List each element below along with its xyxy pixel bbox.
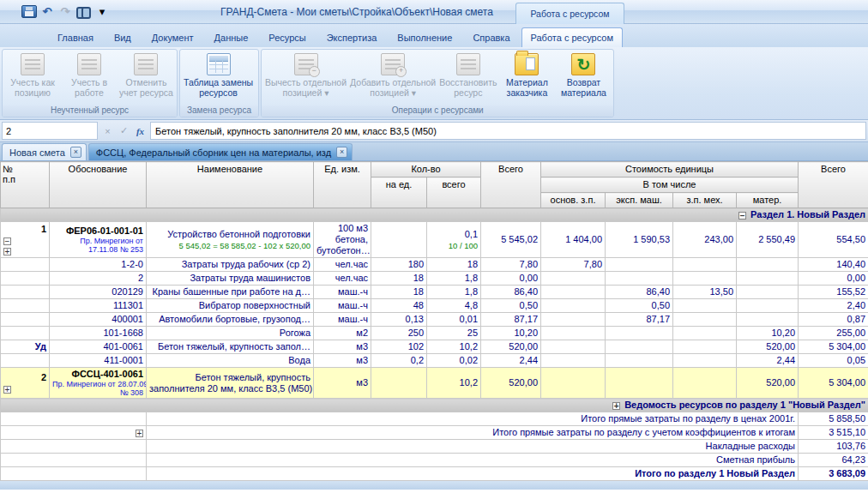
cell[interactable] <box>673 299 737 313</box>
cell[interactable] <box>606 354 673 368</box>
cell[interactable]: 100 м3бетона,бутобетон… <box>314 222 371 258</box>
cell[interactable]: ФЕР06-01-001-01Пр. Минрегион от17.11.08 … <box>50 222 147 258</box>
summary-row[interactable]: Итого по разделу 1 Новый Раздел3 683,09 <box>1 467 868 481</box>
ribbon-tab[interactable]: Экспертиза <box>317 27 387 47</box>
expand-icon[interactable]: + <box>3 386 11 394</box>
close-icon[interactable]: × <box>336 147 347 158</box>
cell[interactable]: 10,2 <box>427 368 481 399</box>
cell[interactable] <box>1 313 50 327</box>
cell[interactable] <box>673 258 737 272</box>
cell[interactable]: 0,50 <box>606 299 673 313</box>
cell[interactable] <box>541 286 606 299</box>
cell[interactable]: 554,50 <box>799 222 868 258</box>
cell[interactable] <box>673 313 737 327</box>
cell[interactable] <box>737 299 799 313</box>
cell[interactable]: 10,2 <box>427 340 481 354</box>
cell[interactable]: 1-2-0 <box>50 258 147 272</box>
cell[interactable]: 020129 <box>50 286 147 299</box>
cell[interactable]: 10,20 <box>481 327 541 340</box>
cell[interactable] <box>673 368 737 399</box>
cell[interactable]: 400001 <box>50 313 147 327</box>
cell[interactable]: 2,44 <box>481 354 541 368</box>
cell[interactable]: 25 <box>427 327 481 340</box>
cell[interactable] <box>606 368 673 399</box>
cell[interactable]: Бетон тяжелый, крупностьзаполнителя 20 м… <box>147 368 314 399</box>
cell[interactable]: 520,00 <box>481 340 541 354</box>
estimate-row[interactable]: Уд401-0061Бетон тяжелый, крупность запол… <box>1 340 868 354</box>
cell[interactable]: 411-0001 <box>50 354 147 368</box>
cell[interactable]: 0,00 <box>799 272 868 286</box>
cell[interactable] <box>1 272 50 286</box>
cell[interactable] <box>1 258 50 272</box>
ribbon-tab[interactable]: Данные <box>205 27 258 47</box>
cell[interactable] <box>673 354 737 368</box>
estimate-row[interactable]: 400001Автомобили бортовые, грузопод…маш.… <box>1 313 868 327</box>
resources-ledger-row[interactable]: +Ведомость ресурсов по разделу 1 "Новый … <box>1 399 868 412</box>
cell[interactable]: 0,87 <box>799 313 868 327</box>
document-tab[interactable]: ФССЦ, Федеральный сборник цен на материа… <box>88 143 353 160</box>
cell[interactable]: 18 <box>427 258 481 272</box>
cell[interactable]: 1,8 <box>427 272 481 286</box>
cell[interactable]: 2,44 <box>737 354 799 368</box>
estimate-row[interactable]: 1−+ФЕР06-01-001-01Пр. Минрегион от17.11.… <box>1 222 868 258</box>
cell[interactable]: 2+ <box>1 368 50 399</box>
cell[interactable]: 0,05 <box>799 354 868 368</box>
cell[interactable]: 520,00 <box>737 368 799 399</box>
cell[interactable]: маш.-ч <box>314 299 371 313</box>
cell[interactable] <box>673 340 737 354</box>
ribbon-button[interactable]: Материал заказчика <box>498 51 555 99</box>
cell[interactable]: маш.-ч <box>314 313 371 327</box>
estimate-row[interactable]: 411-0001Водам30,20,022,442,440,05 <box>1 354 868 368</box>
cell[interactable]: Затраты труда машинистов <box>147 272 314 286</box>
cell[interactable]: 0,00 <box>481 272 541 286</box>
formula-input[interactable] <box>150 122 866 140</box>
cell[interactable]: Рогожа <box>147 327 314 340</box>
cell[interactable]: м3 <box>314 368 371 399</box>
expand-icon[interactable]: + <box>3 248 11 256</box>
cell[interactable] <box>606 258 673 272</box>
expand-icon[interactable]: + <box>612 402 620 410</box>
cell[interactable]: 111301 <box>50 299 147 313</box>
cell[interactable] <box>737 272 799 286</box>
cell[interactable]: 87,17 <box>606 313 673 327</box>
cell[interactable]: 1 590,53 <box>606 222 673 258</box>
enter-icon[interactable]: ✓ <box>117 125 131 136</box>
cell[interactable]: 250 <box>371 327 427 340</box>
cell-reference-box[interactable] <box>2 122 98 140</box>
cell[interactable]: 0,110 / 100 <box>427 222 481 258</box>
cell[interactable]: ФССЦ-401-0061Пр. Минрегион от 28.07.09№ … <box>50 368 147 399</box>
cell[interactable] <box>1 354 50 368</box>
document-tab[interactable]: Новая смета× <box>2 143 87 160</box>
cell[interactable]: Вода <box>147 354 314 368</box>
ribbon-tab[interactable]: Выполнение <box>388 27 461 47</box>
estimate-row[interactable]: 020129Краны башенные при работе на д…маш… <box>1 286 868 299</box>
estimate-row[interactable]: 101-1668Рогожам22502510,2010,20255,00 <box>1 327 868 340</box>
cell[interactable] <box>737 258 799 272</box>
cell[interactable] <box>541 340 606 354</box>
cell[interactable] <box>737 286 799 299</box>
cell[interactable]: 86,40 <box>606 286 673 299</box>
cell[interactable]: 0,2 <box>371 354 427 368</box>
cell[interactable]: 243,00 <box>673 222 737 258</box>
summary-row[interactable]: Итого прямые затраты по разделу в ценах … <box>1 412 868 426</box>
cell[interactable]: 101-1668 <box>50 327 147 340</box>
cell[interactable] <box>541 368 606 399</box>
summary-row[interactable]: +Итого прямые затраты по разделу с учето… <box>1 426 868 440</box>
cell[interactable]: 180 <box>371 258 427 272</box>
cell[interactable] <box>371 368 427 399</box>
save-icon[interactable] <box>21 5 37 18</box>
section-row[interactable]: −Раздел 1. Новый Раздел <box>1 208 868 222</box>
cell[interactable]: Краны башенные при работе на д… <box>147 286 314 299</box>
cell[interactable]: 13,50 <box>673 286 737 299</box>
cell[interactable]: 140,40 <box>799 258 868 272</box>
estimate-row[interactable]: 1-2-0Затраты труда рабочих (ср 2)чел.час… <box>1 258 868 272</box>
close-icon[interactable]: × <box>70 147 81 158</box>
cell[interactable]: 520,00 <box>737 340 799 354</box>
ribbon-tab[interactable]: Документ <box>142 27 203 47</box>
cell[interactable]: 2 <box>50 272 147 286</box>
cell[interactable] <box>606 272 673 286</box>
cell[interactable]: 102 <box>371 340 427 354</box>
cell[interactable] <box>541 299 606 313</box>
undo-icon[interactable]: ↶ <box>39 3 55 21</box>
customize-toolbar-icon[interactable]: ▾ <box>94 3 110 21</box>
